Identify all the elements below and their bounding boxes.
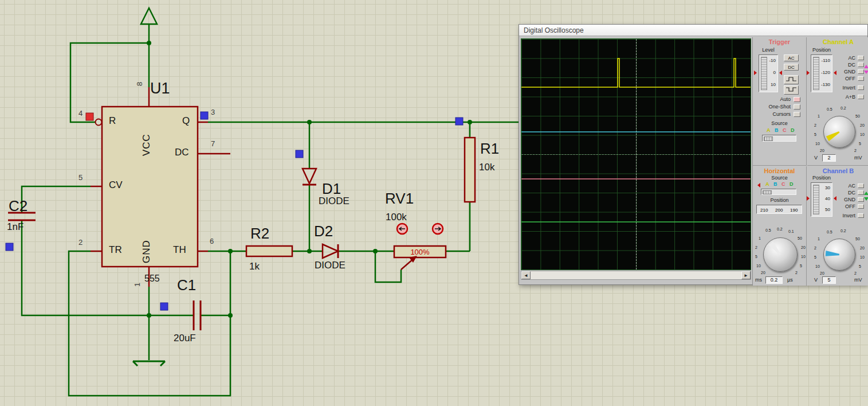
c2-value-label: 1nF: [7, 222, 23, 232]
knob-scale-label: 2: [755, 245, 757, 249]
source-channel-d[interactable]: D: [791, 128, 795, 134]
proteus-schematic-canvas[interactable]: U1 555 R CV TR Q DC TH VCC GND 4 5 2 3 7…: [0, 0, 868, 406]
u1-pin-tr-label: TR: [109, 245, 122, 255]
knob-scale-label: 5: [755, 255, 757, 259]
channel-b-invert-button[interactable]: [858, 213, 864, 218]
channel-b-up-arrow[interactable]: [864, 192, 868, 195]
slider-adjust-left-arrow[interactable]: [754, 71, 757, 75]
channel-a-ac-button[interactable]: [858, 56, 864, 60]
horizontal-source-slider[interactable]: [761, 189, 796, 195]
channel-a-dc-button[interactable]: [858, 63, 864, 67]
channel-a-down-arrow[interactable]: [864, 71, 868, 74]
channel-a-dc-label: DC: [832, 63, 855, 68]
source-channel-a[interactable]: A: [765, 182, 769, 188]
rising-edge-button[interactable]: [784, 75, 799, 84]
oscilloscope-h-scrollbar[interactable]: ◄ ►: [521, 271, 751, 280]
channel-a-invert-button[interactable]: [858, 85, 864, 90]
d1-diode[interactable]: [303, 169, 316, 185]
channel-b-ac-button[interactable]: [858, 184, 864, 188]
knob-scale-label: 1: [818, 237, 820, 241]
slider-adjust-left-arrow[interactable]: [807, 196, 810, 201]
power-vcc-symbol[interactable]: [141, 8, 157, 87]
u1-pin-r-label: R: [109, 116, 116, 126]
falling-edge-icon: [785, 86, 798, 93]
oscilloscope-screen: [521, 38, 751, 270]
source-channel-c[interactable]: C: [783, 128, 787, 134]
channel-b-position-slider[interactable]: 30 40 50: [811, 182, 832, 217]
slider-value: -110: [822, 58, 830, 63]
c1-capacitor[interactable]: [194, 300, 201, 330]
falling-edge-button[interactable]: [784, 85, 799, 95]
knob-scale-label: 5: [814, 132, 816, 136]
channel-b-unit-v: V: [814, 278, 818, 283]
horizontal-time-per-div-knob[interactable]: [763, 237, 798, 272]
d1-ref-label: D1: [322, 181, 341, 196]
source-channel-c[interactable]: C: [781, 182, 785, 188]
auto-label: Auto: [753, 97, 791, 103]
trigger-level-slider[interactable]: -10 0 10: [759, 54, 778, 92]
channel-b-off-button[interactable]: [858, 204, 864, 209]
source-channel-b[interactable]: B: [775, 128, 779, 134]
logic-state-probes: [6, 112, 463, 310]
oscilloscope-titlebar[interactable]: Digital Oscilloscope: [519, 25, 867, 36]
d2-diode[interactable]: [323, 244, 338, 258]
rv1-decrement-button[interactable]: [397, 224, 407, 234]
channel-a-gnd-button[interactable]: [858, 69, 864, 74]
c1-ref-label: C1: [177, 278, 196, 292]
slider-thumb[interactable]: [764, 136, 773, 141]
knob-scale-label: 2: [795, 271, 798, 275]
pin-number: 7: [211, 140, 215, 147]
channel-b-volts-per-div-knob[interactable]: [823, 239, 855, 271]
logic-low-probe: [160, 303, 168, 310]
readout-value: 5: [827, 277, 830, 283]
slider-groove: [813, 57, 819, 90]
slider-value: -130: [821, 83, 830, 87]
knob-pointer: [826, 130, 840, 142]
u1-pin-th-label: TH: [173, 245, 186, 255]
one-shot-button[interactable]: [794, 104, 800, 110]
trigger-ac-button[interactable]: AC: [784, 54, 799, 61]
slider-groove: [761, 57, 767, 90]
wires[interactable]: [22, 43, 520, 396]
slider-adjust-left-arrow[interactable]: [807, 71, 810, 75]
r2-resistor[interactable]: [246, 246, 292, 256]
logic-low-probe: [296, 150, 303, 158]
auto-button[interactable]: [794, 97, 800, 102]
slider-value: 30: [825, 186, 830, 190]
rv1-increment-button[interactable]: [433, 224, 443, 234]
r1-resistor[interactable]: [465, 138, 475, 202]
knob-scale-label: 10: [756, 264, 761, 268]
source-channel-b[interactable]: B: [773, 182, 777, 188]
channel-a-up-arrow[interactable]: [864, 65, 868, 68]
channel-b-down-arrow[interactable]: [864, 197, 868, 201]
slider-value: -120: [821, 71, 830, 75]
channel-a-volts-per-div-knob[interactable]: [823, 116, 855, 148]
source-channel-d[interactable]: D: [790, 182, 794, 188]
oscilloscope-window[interactable]: Digital Oscilloscope ◄ ►: [519, 24, 868, 285]
pin-number: 5: [78, 174, 83, 181]
cursors-button[interactable]: [794, 112, 800, 117]
slider-thumb[interactable]: [763, 190, 772, 194]
channel-a-off-button[interactable]: [858, 76, 864, 81]
slider-adjust-right-arrow[interactable]: [779, 71, 782, 75]
ground-symbol[interactable]: [133, 361, 165, 366]
horizontal-source-arrow[interactable]: [757, 183, 760, 188]
slider-value: 190: [790, 208, 798, 213]
channel-a-aplusb-button[interactable]: [858, 95, 864, 99]
trigger-source-slider[interactable]: [762, 135, 796, 142]
scroll-right-button[interactable]: ►: [741, 271, 751, 279]
oscilloscope-control-panel: Trigger Level -10 0 10 AC DC: [752, 37, 868, 286]
readout-value: 0.2: [771, 277, 778, 283]
trigger-dc-button[interactable]: DC: [784, 64, 799, 71]
knob-scale-label: 10: [860, 132, 865, 136]
channel-b-gnd-button[interactable]: [858, 197, 864, 202]
channel-a-position-slider[interactable]: -110 -120 -130: [811, 54, 832, 92]
channel-a-unit-mv: mV: [854, 155, 862, 161]
window-title: Digital Oscilloscope: [524, 26, 584, 34]
channel-b-unit-mv: mV: [854, 278, 862, 283]
knob-scale-label: 5: [859, 264, 861, 268]
horizontal-position-slider[interactable]: 210 200 190: [756, 205, 802, 214]
scroll-left-button[interactable]: ◄: [521, 271, 531, 279]
channel-b-dc-button[interactable]: [858, 190, 864, 195]
source-channel-a[interactable]: A: [767, 128, 771, 134]
